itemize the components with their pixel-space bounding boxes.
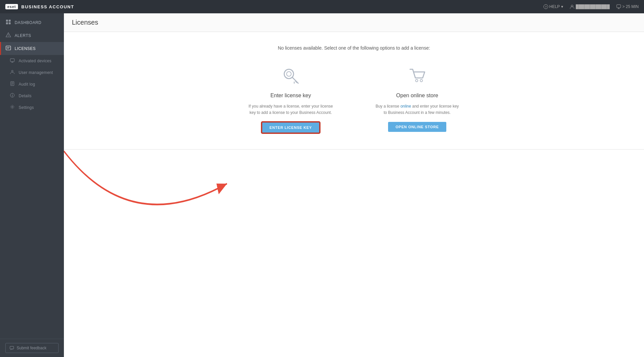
content-header: Licenses xyxy=(64,13,644,32)
help-menu[interactable]: ? HELP ▾ xyxy=(543,4,563,9)
sidebar-item-licenses[interactable]: LICENSES xyxy=(0,42,64,55)
content-body: No licenses available. Select one of the… xyxy=(64,32,644,357)
user-mgmt-icon xyxy=(9,70,15,75)
svg-point-23 xyxy=(12,94,13,95)
svg-point-9 xyxy=(8,36,9,37)
app-header: eset BUSINESS ACCOUNT ? HELP ▾ █████████… xyxy=(0,0,644,13)
monitor-icon xyxy=(616,4,621,9)
svg-point-31 xyxy=(415,80,418,82)
settings-label: Settings xyxy=(19,105,34,110)
activated-devices-label: Activated devices xyxy=(19,59,51,63)
header-right: ? HELP ▾ ████████████ > 25 MIN xyxy=(543,4,639,9)
username-label: ████████████ xyxy=(576,4,610,9)
svg-rect-3 xyxy=(617,5,621,8)
content-divider xyxy=(64,149,644,150)
sidebar-item-settings[interactable]: Settings xyxy=(0,102,64,113)
dashboard-icon xyxy=(5,19,11,26)
sidebar-item-audit-log[interactable]: Audit log xyxy=(0,78,64,90)
details-icon xyxy=(9,93,15,99)
open-store-title: Open online store xyxy=(396,93,438,99)
svg-line-28 xyxy=(292,77,298,83)
open-store-desc: Buy a license online and enter your lice… xyxy=(374,103,461,116)
open-online-store-button[interactable]: OPEN ONLINE STORE xyxy=(388,122,446,132)
svg-point-32 xyxy=(420,80,422,82)
content-area: Licenses No licenses available. Select o… xyxy=(64,13,644,357)
enter-license-key-button[interactable]: ENTER LICENSE KEY xyxy=(262,122,320,133)
dashboard-label: DASHBOARD xyxy=(15,20,42,25)
device-icon xyxy=(9,58,15,64)
svg-rect-6 xyxy=(6,22,8,24)
alerts-icon xyxy=(5,32,11,39)
svg-rect-10 xyxy=(6,46,11,50)
svg-point-24 xyxy=(12,106,13,108)
svg-rect-5 xyxy=(9,20,11,22)
licenses-label: LICENSES xyxy=(15,46,36,51)
eset-logo: eset xyxy=(5,4,18,9)
key-icon xyxy=(282,67,300,88)
licenses-icon xyxy=(5,45,11,52)
sidebar-item-user-management[interactable]: User management xyxy=(0,67,64,78)
sidebar-item-details[interactable]: Details xyxy=(0,90,64,102)
svg-rect-4 xyxy=(6,20,8,22)
page-title: Licenses xyxy=(72,19,636,26)
sidebar: DASHBOARD ALERTS LICENSES xyxy=(0,13,64,357)
help-circle-icon: ? xyxy=(543,4,548,9)
enter-license-card: Enter license key If you already have a … xyxy=(248,67,334,133)
enter-license-title: Enter license key xyxy=(271,93,311,99)
alerts-label: ALERTS xyxy=(15,33,31,38)
user-icon xyxy=(570,4,574,9)
svg-rect-7 xyxy=(9,22,11,24)
user-menu[interactable]: ████████████ xyxy=(570,4,610,9)
details-label: Details xyxy=(19,94,32,98)
enter-license-desc: If you already have a license, enter you… xyxy=(248,103,334,116)
header-left: eset BUSINESS ACCOUNT xyxy=(5,4,74,9)
sidebar-item-activated-devices[interactable]: Activated devices xyxy=(0,55,64,67)
user-management-label: User management xyxy=(19,70,53,75)
svg-point-16 xyxy=(12,70,13,72)
cart-icon xyxy=(408,67,427,88)
svg-rect-25 xyxy=(10,346,14,349)
header-title: BUSINESS ACCOUNT xyxy=(21,4,74,9)
open-store-card: Open online store Buy a license online a… xyxy=(374,67,461,132)
svg-point-27 xyxy=(287,72,291,76)
no-licenses-message: No licenses available. Select one of the… xyxy=(278,45,430,51)
main-layout: DASHBOARD ALERTS LICENSES xyxy=(0,13,644,357)
sidebar-feedback-area: Submit feedback xyxy=(0,339,64,357)
session-info: > 25 MIN xyxy=(616,4,639,9)
feedback-icon xyxy=(10,346,14,350)
audit-log-icon xyxy=(9,81,15,87)
sidebar-item-alerts[interactable]: ALERTS xyxy=(0,29,64,42)
settings-icon xyxy=(9,105,15,110)
svg-text:?: ? xyxy=(545,5,546,9)
submit-feedback-button[interactable]: Submit feedback xyxy=(5,343,59,353)
license-options-row: Enter license key If you already have a … xyxy=(248,67,461,133)
sidebar-item-dashboard[interactable]: DASHBOARD xyxy=(0,16,64,29)
svg-rect-13 xyxy=(10,59,14,62)
audit-log-label: Audit log xyxy=(19,82,35,87)
